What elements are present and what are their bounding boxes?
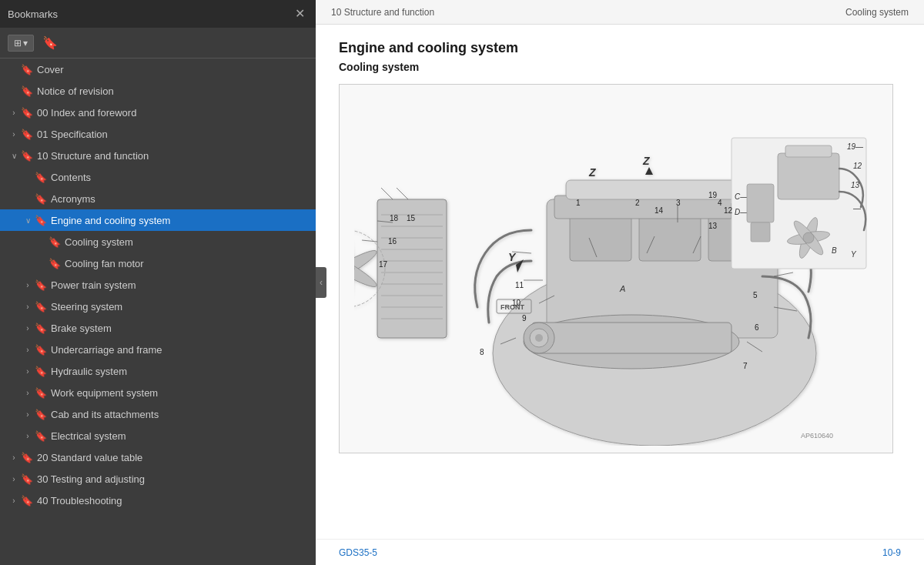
svg-text:Z: Z [588, 166, 596, 179]
sidebar-item-label: Cooling fan motor [65, 258, 310, 269]
label-9: 9 [522, 314, 527, 323]
sidebar-item-label: Notice of revision [37, 85, 310, 97]
label-12: 12 [724, 206, 733, 215]
chevron-icon: › [22, 281, 34, 289]
bookmark-icon: 🔖 [20, 85, 34, 97]
sidebar-item-label: 10 Structure and function [37, 150, 310, 162]
sidebar-item-00-index[interactable]: ›🔖00 Index and foreword [0, 102, 316, 123]
sidebar-header: Bookmarks ✕ [0, 0, 316, 28]
sidebar-item-electrical[interactable]: ›🔖Electrical system [0, 425, 316, 446]
sidebar-item-label: Electrical system [51, 430, 310, 442]
bookmark-icon: 🔖 [34, 193, 48, 205]
sidebar-item-acronyms[interactable]: 🔖Acronyms [0, 188, 316, 209]
label-11: 11 [515, 281, 524, 289]
main-content: 10 Structure and function Cooling system… [316, 0, 924, 565]
sidebar-item-notice[interactable]: 🔖Notice of revision [0, 80, 316, 102]
svg-rect-69 [747, 184, 774, 222]
footer-right: 10-9 [882, 547, 901, 558]
sidebar-item-label: Cab and its attachments [51, 409, 310, 420]
sidebar-item-label: 00 Index and foreword [37, 107, 310, 119]
sidebar-item-undercarriage[interactable]: ›🔖Undercarriage and frame [0, 339, 316, 360]
sidebar: Bookmarks ✕ ⊞ ▾ 🔖 🔖Cover🔖Notice of revis… [0, 0, 316, 565]
label-13: 13 [708, 222, 718, 230]
document-subtitle: Cooling system [339, 61, 901, 73]
sidebar-item-label: Hydraulic system [51, 366, 310, 377]
label-7: 7 [743, 362, 748, 370]
sidebar-item-steering[interactable]: ›🔖Steering system [0, 296, 316, 317]
sidebar-toggle[interactable]: ‹ [316, 267, 326, 298]
sidebar-item-work-equip[interactable]: ›🔖Work equipment system [0, 382, 316, 403]
chevron-icon: › [22, 346, 34, 354]
sidebar-item-label: Brake system [51, 323, 310, 334]
svg-text:D—: D— [735, 208, 748, 216]
chevron-icon: › [8, 475, 20, 483]
sidebar-item-10-structure[interactable]: ∨🔖10 Structure and function [0, 145, 316, 166]
bookmark-icon: 🔖 [34, 430, 48, 442]
layout-icon: ⊞ [14, 38, 22, 48]
sidebar-item-label: Work equipment system [51, 387, 310, 399]
sidebar-item-label: Power train system [51, 279, 310, 291]
sidebar-item-label: Engine and cooling system [51, 215, 310, 226]
label-1: 1 [576, 199, 581, 207]
sidebar-item-hydraulic[interactable]: ›🔖Hydraulic system [0, 360, 316, 382]
chevron-icon: › [8, 496, 20, 505]
svg-rect-59 [778, 153, 839, 199]
sidebar-item-brake[interactable]: ›🔖Brake system [0, 317, 316, 339]
footer-left: GDS35-5 [339, 547, 377, 558]
sidebar-item-label: Undercarriage and frame [51, 344, 310, 356]
sidebar-item-cooling-fan[interactable]: 🔖Cooling fan motor [0, 252, 316, 274]
sidebar-item-power-train[interactable]: ›🔖Power train system [0, 274, 316, 296]
page-header-right: Cooling system [845, 7, 909, 18]
layout-button[interactable]: ⊞ ▾ [8, 35, 34, 52]
chevron-icon: › [22, 303, 34, 311]
sidebar-item-cover[interactable]: 🔖Cover [0, 59, 316, 80]
sidebar-item-label: 01 Specification [37, 129, 310, 140]
page-footer: GDS35-5 10-9 [316, 539, 924, 565]
sidebar-item-label: 30 Testing and adjusting [37, 473, 310, 485]
label-8: 8 [480, 348, 484, 356]
bookmark-icon: 🔖 [34, 323, 48, 334]
bookmark-icon: 🔖 [20, 129, 34, 140]
label-5: 5 [753, 291, 758, 299]
bookmark-icon: 🔖 [34, 279, 48, 291]
sidebar-item-40-trouble[interactable]: ›🔖40 Troubleshooting [0, 490, 316, 511]
close-button[interactable]: ✕ [292, 6, 308, 22]
bookmark-icon: 🔖 [20, 473, 34, 485]
bookmark-icon: 🔖 [42, 36, 58, 49]
sidebar-item-cab[interactable]: ›🔖Cab and its attachments [0, 403, 316, 425]
label-16: 16 [388, 237, 397, 246]
engine-diagram: Z Z Y A FRONT [339, 84, 893, 453]
svg-rect-60 [785, 145, 832, 157]
label-19: 19 [708, 191, 718, 199]
chevron-icon: › [22, 410, 34, 419]
svg-text:Z: Z [642, 155, 650, 167]
sidebar-item-engine-cooling[interactable]: ∨🔖Engine and cooling system [0, 209, 316, 231]
chevron-icon: › [22, 432, 34, 440]
svg-text:12: 12 [853, 162, 862, 170]
sidebar-item-20-standard[interactable]: ›🔖20 Standard value table [0, 446, 316, 468]
bookmark-icon: 🔖 [34, 172, 48, 183]
svg-text:13: 13 [851, 181, 860, 189]
sidebar-content[interactable]: 🔖Cover🔖Notice of revision›🔖00 Index and … [0, 59, 316, 565]
sidebar-item-30-testing[interactable]: ›🔖30 Testing and adjusting [0, 468, 316, 490]
sidebar-item-label: Acronyms [51, 193, 310, 205]
diagram-caption-text: AP610640 [801, 432, 833, 440]
bookmark-icon: 🔖 [34, 366, 48, 377]
page-header: 10 Structure and function Cooling system [316, 0, 924, 25]
bookmark-icon: 🔖 [48, 258, 62, 269]
label-18: 18 [390, 214, 399, 222]
svg-text:C—: C— [735, 192, 748, 201]
label-2: 2 [635, 199, 640, 207]
sidebar-item-contents[interactable]: 🔖Contents [0, 166, 316, 188]
svg-text:B: B [832, 246, 837, 255]
bookmark-icon: 🔖 [20, 64, 34, 75]
sidebar-item-cooling-system[interactable]: 🔖Cooling system [0, 231, 316, 252]
svg-rect-70 [751, 222, 770, 242]
bookmark-icon-button[interactable]: 🔖 [38, 34, 62, 52]
label-17: 17 [379, 260, 388, 269]
chevron-icon: › [8, 453, 20, 462]
bookmark-icon: 🔖 [34, 301, 48, 313]
label-6: 6 [755, 323, 759, 332]
page-body[interactable]: Engine and cooling system Cooling system [316, 25, 924, 539]
sidebar-item-01-spec[interactable]: ›🔖01 Specification [0, 123, 316, 145]
